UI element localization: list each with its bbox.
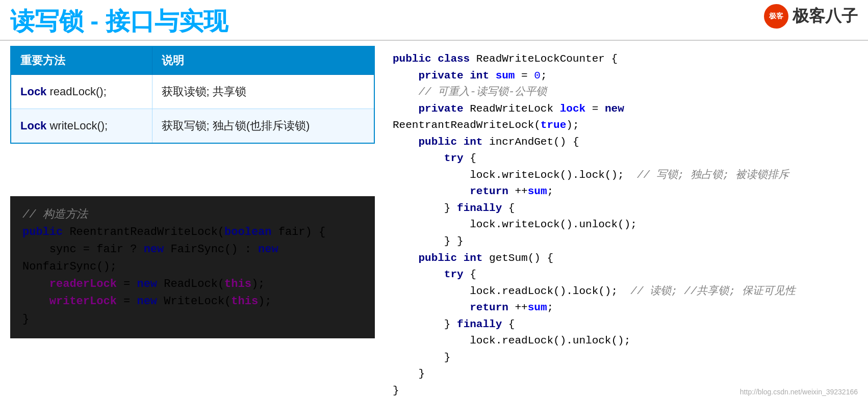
rc-line-5: ReentrantReadWriteLock(true); — [393, 117, 858, 134]
header-divider — [0, 40, 868, 41]
constructor-code-block: // 构造方法 public ReentrantReadWriteLock(bo… — [10, 196, 375, 338]
method-cell: Lock writeLock(); — [11, 109, 152, 144]
rc-line-12: } } — [393, 233, 858, 250]
logo-icon: 极客 — [764, 4, 788, 29]
code-line-1: public ReentrantReadWriteLock(boolean fa… — [22, 224, 363, 241]
rc-line-4: private ReadWriteLock lock = new — [393, 101, 858, 118]
col2-header: 说明 — [152, 46, 374, 75]
left-panel: 重要方法 说明 Lock readLock();获取读锁; 共享锁Lock wr… — [10, 46, 375, 144]
rc-line-7: try { — [393, 150, 858, 167]
rc-line-13: public int getSum() { — [393, 250, 858, 267]
rc-line-15: lock.readLock().lock(); // 读锁; //共享锁; 保证… — [393, 283, 858, 300]
rc-line-3: // 可重入-读写锁-公平锁 — [393, 84, 858, 101]
rc-line-1: public class ReadWriteLockCounter { — [393, 51, 858, 68]
desc-cell: 获取写锁; 独占锁(也排斥读锁) — [152, 109, 374, 144]
rc-line-17: } finally { — [393, 316, 858, 333]
rc-line-9: return ++sum; — [393, 183, 858, 200]
logo-text: 极客八子 — [793, 5, 858, 28]
rc-line-2: private int sum = 0; — [393, 68, 858, 85]
col1-header: 重要方法 — [11, 46, 152, 75]
rc-line-6: public int incrAndGet() { — [393, 134, 858, 151]
page-title: 读写锁 - 接口与实现 — [10, 5, 228, 38]
logo-area: 极客 极客八子 — [764, 4, 858, 29]
rc-line-16: return ++sum; — [393, 300, 858, 316]
rc-line-11: lock.writeLock().unlock(); — [393, 217, 858, 233]
code-line-3: NonfairSync(); — [22, 258, 363, 276]
method-cell: Lock readLock(); — [11, 75, 152, 109]
rc-line-10: } finally { — [393, 200, 858, 217]
desc-cell: 获取读锁; 共享锁 — [152, 75, 374, 109]
rc-line-14: try { — [393, 266, 858, 283]
rc-line-19: } — [393, 350, 858, 366]
code-line-2: sync = fair ? new FairSync() : new — [22, 241, 363, 258]
watermark: http://blog.csdn.net/weixin_39232166 — [740, 388, 858, 396]
right-code-panel: public class ReadWriteLockCounter { priv… — [382, 46, 868, 400]
rc-line-8: lock.writeLock().lock(); // 写锁; 独占锁; 被读锁… — [393, 167, 858, 184]
method-table: 重要方法 说明 Lock readLock();获取读锁; 共享锁Lock wr… — [10, 46, 375, 144]
code-line-5: writerLock = new WriteLock(this); — [22, 293, 363, 310]
rc-line-20: } — [393, 366, 858, 383]
code-line-4: readerLock = new ReadLock(this); — [22, 276, 363, 293]
table-row: Lock writeLock();获取写锁; 独占锁(也排斥读锁) — [11, 109, 374, 144]
rc-line-18: lock.readLock().unlock(); — [393, 333, 858, 350]
code-line-6: } — [22, 311, 363, 328]
table-header-row: 重要方法 说明 — [11, 46, 374, 75]
code-line-comment: // 构造方法 — [22, 206, 363, 224]
table-row: Lock readLock();获取读锁; 共享锁 — [11, 75, 374, 109]
